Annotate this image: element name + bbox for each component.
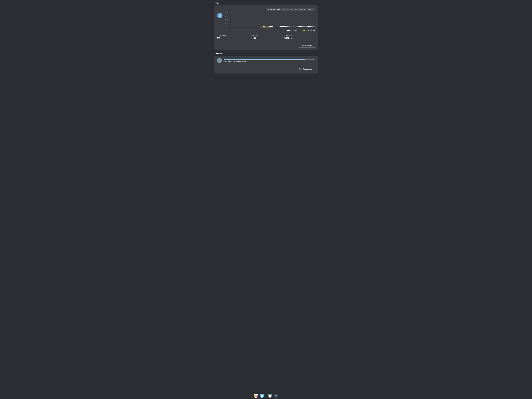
cpu-card: Intel(R) Core(TM) i7-10610U CPU @ 1.80GH… <box>214 5 318 50</box>
legend-system-value: 0% <box>313 30 315 32</box>
run-memory-test-button[interactable]: Run Memory test <box>296 67 315 71</box>
cpu-run-btn-row: Run CPU test <box>217 43 315 48</box>
memory-run-btn-row: Run Memory test <box>217 67 315 71</box>
stat-temperature-value: 41° C <box>250 37 279 39</box>
memory-right: 13.86 GB of 15.52 GB available <box>224 59 315 62</box>
memory-ram-icon <box>218 59 221 62</box>
taskbar-diagnostics-icon[interactable] <box>273 393 279 398</box>
legend-user-label: User <box>291 30 294 32</box>
legend-user: User 2% <box>287 30 297 32</box>
stat-current-usage: Current usage i 2% <box>217 35 248 39</box>
legend-system-label: System <box>306 30 312 32</box>
memory-content: 13.86 GB of 15.52 GB available <box>217 58 315 65</box>
stat-current-usage-value: 2% <box>217 37 246 39</box>
stat-temperature-label: Temperature <box>250 35 279 37</box>
stat-current-speed: Current speed 0.80GHz <box>282 35 315 39</box>
legend-system-line <box>303 30 305 31</box>
stat-temperature: Temperature 41° C <box>248 35 282 39</box>
stat-current-speed-label: Current speed <box>284 35 313 37</box>
cpu-chip-info: Intel(R) Core(TM) i7-10610U CPU @ 1.80GH… <box>266 8 315 11</box>
svg-point-7 <box>255 395 257 396</box>
memory-bar-fill <box>224 59 305 60</box>
taskbar-chrome-icon[interactable] <box>253 393 259 398</box>
cpu-chart-area: 100% 75% 50% 25% 0% <box>217 12 315 28</box>
memory-available-text: 13.86 GB of 15.52 GB available <box>224 61 315 62</box>
memory-bar-bg <box>224 59 315 60</box>
memory-icon <box>217 58 222 63</box>
stat-current-usage-label: Current usage i <box>217 35 246 37</box>
memory-card: 13.86 GB of 15.52 GB available Run Memor… <box>214 56 318 74</box>
taskbar-files-icon[interactable] <box>260 393 265 398</box>
stat-current-speed-value: 0.80GHz <box>284 37 313 39</box>
cpu-gear-icon <box>218 14 221 17</box>
svg-rect-11 <box>261 396 263 396</box>
cpu-chart-legend: User 2% System 0% <box>217 29 315 33</box>
taskbar-settings-icon[interactable] <box>267 393 272 398</box>
cpu-icon <box>217 13 222 18</box>
cpu-chart-y-labels: 100% 75% 50% 25% 0% <box>224 12 229 28</box>
run-cpu-test-button[interactable]: Run CPU test <box>299 43 315 48</box>
legend-system: System 0% <box>303 30 315 32</box>
cpu-chart-wrapper: 100% 75% 50% 25% 0% <box>224 12 315 28</box>
svg-rect-10 <box>261 395 262 395</box>
cpu-header: Intel(R) Core(TM) i7-10610U CPU @ 1.80GH… <box>217 8 315 11</box>
cpu-chart-svg <box>229 12 315 28</box>
cpu-section-label: CPU <box>214 2 318 4</box>
svg-rect-12 <box>261 396 262 396</box>
memory-section-label: Memory <box>214 53 318 55</box>
cpu-stats: Current usage i 2% Temperature 41° C Cur… <box>217 35 315 41</box>
legend-user-line <box>287 30 290 31</box>
info-icon[interactable]: i <box>227 35 229 37</box>
svg-point-13 <box>268 394 272 398</box>
taskbar <box>0 392 532 399</box>
legend-user-value: 2% <box>295 30 297 32</box>
